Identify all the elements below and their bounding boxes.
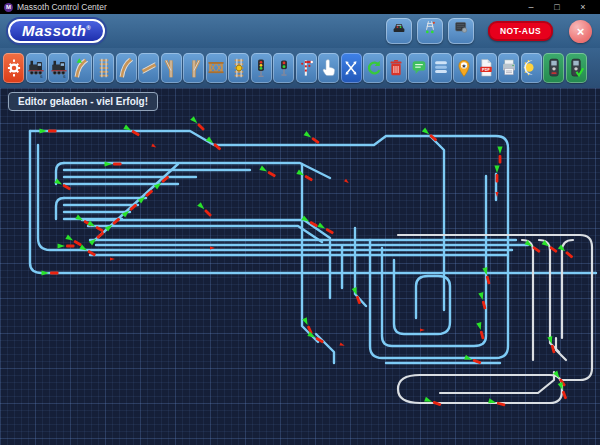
signal-track-tool[interactable] bbox=[228, 53, 249, 83]
traffic-light-2-tool[interactable] bbox=[273, 53, 294, 83]
refresh-tool[interactable] bbox=[363, 53, 384, 83]
track-segment bbox=[430, 136, 444, 310]
track-signal-icon bbox=[420, 19, 440, 43]
turnout-indicator[interactable] bbox=[352, 287, 363, 305]
track-slope-icon bbox=[140, 57, 158, 79]
turnout-indicator[interactable] bbox=[301, 215, 318, 228]
maximize-button[interactable]: □ bbox=[544, 0, 570, 14]
bridge-icon bbox=[207, 57, 225, 79]
hand-pointer-icon bbox=[320, 57, 338, 79]
device-button-group bbox=[386, 18, 474, 44]
delete-tool[interactable] bbox=[386, 53, 407, 83]
route-mark bbox=[110, 257, 115, 260]
close-button[interactable]: × bbox=[570, 0, 596, 14]
track-segment-alt bbox=[522, 240, 533, 360]
location-pin-tool[interactable]: ★ bbox=[453, 53, 474, 83]
route-mark bbox=[420, 328, 425, 331]
window-title: Massoth Control Center bbox=[17, 2, 518, 12]
refresh-icon bbox=[365, 57, 383, 79]
minimize-button[interactable]: – bbox=[518, 0, 544, 14]
signal-track-icon bbox=[230, 57, 248, 79]
traffic-light-2-icon bbox=[275, 57, 293, 79]
turnout-indicator[interactable] bbox=[89, 231, 105, 246]
gear-icon bbox=[5, 57, 23, 79]
day-night-tool[interactable] bbox=[521, 53, 542, 83]
svg-text:6: 6 bbox=[40, 74, 43, 79]
window-titlebar: M Massoth Control Center – □ × bbox=[0, 0, 600, 14]
logo-registered-mark: ® bbox=[86, 25, 91, 31]
turnout-indicator[interactable] bbox=[558, 245, 574, 260]
day-night-icon bbox=[522, 57, 540, 79]
settings-tool[interactable] bbox=[3, 53, 24, 83]
navigator-tool[interactable] bbox=[543, 53, 564, 83]
track-curve-icon bbox=[117, 57, 135, 79]
turnout-indicator[interactable] bbox=[138, 189, 154, 204]
semaphore-signal-tool[interactable] bbox=[296, 53, 317, 83]
navigator-icon bbox=[545, 57, 563, 79]
track-segment bbox=[56, 198, 64, 219]
layers-icon bbox=[432, 57, 450, 79]
editor-toolbar: 66★PDF bbox=[0, 48, 600, 88]
track-segment bbox=[394, 260, 450, 334]
semaphore-icon bbox=[297, 57, 315, 79]
hand-pointer-tool[interactable] bbox=[318, 53, 339, 83]
pdf-icon: PDF bbox=[477, 57, 495, 79]
turnout-indicator[interactable] bbox=[259, 165, 276, 178]
decoder-module-button[interactable] bbox=[448, 18, 474, 44]
emergency-stop-button[interactable]: NOT-AUS bbox=[488, 21, 553, 41]
pdf-export-tool[interactable]: PDF bbox=[476, 53, 497, 83]
bridge-tool[interactable] bbox=[206, 53, 227, 83]
turnout-indicator[interactable] bbox=[40, 128, 57, 133]
track-segment bbox=[82, 220, 330, 238]
printer-icon bbox=[500, 57, 518, 79]
route-mark bbox=[344, 179, 350, 185]
turnout-indicator[interactable] bbox=[58, 243, 75, 248]
move-arrows-icon bbox=[342, 57, 360, 79]
track-layout-canvas[interactable]: Editor geladen - viel Erfolg! bbox=[0, 88, 600, 445]
traffic-light-3-tool[interactable] bbox=[251, 53, 272, 83]
navigator-connected-tool[interactable] bbox=[566, 53, 587, 83]
svg-text:PDF: PDF bbox=[482, 67, 490, 72]
locomotive-icon: 6 bbox=[27, 57, 45, 79]
route-mark bbox=[339, 342, 345, 347]
track-segment bbox=[30, 131, 596, 273]
turnout-indicator[interactable] bbox=[304, 131, 321, 145]
turnout-indicator[interactable] bbox=[476, 322, 485, 340]
track-slope-tool[interactable] bbox=[138, 53, 159, 83]
track-segment-alt bbox=[398, 375, 562, 403]
feedback-track-button[interactable] bbox=[417, 18, 443, 44]
layers-tool[interactable] bbox=[431, 53, 452, 83]
turnout-indicator[interactable] bbox=[42, 270, 59, 275]
track-plan bbox=[0, 88, 600, 445]
app-window: M Massoth Control Center – □ × Massoth® … bbox=[0, 0, 600, 445]
move-tool[interactable] bbox=[341, 53, 362, 83]
turnout-indicator[interactable] bbox=[190, 116, 206, 132]
traffic-light-3-icon bbox=[252, 57, 270, 79]
turnout-indicator[interactable] bbox=[317, 222, 334, 235]
central-station-button[interactable] bbox=[386, 18, 412, 44]
route-mark bbox=[151, 144, 157, 149]
turnout-right-tool[interactable] bbox=[183, 53, 204, 83]
turnout-indicator[interactable] bbox=[497, 147, 502, 164]
track-straight-tool[interactable] bbox=[93, 53, 114, 83]
messages-tool[interactable] bbox=[408, 53, 429, 83]
track-curve-arrow-tool[interactable] bbox=[71, 53, 92, 83]
decoder-icon bbox=[451, 19, 471, 43]
massoth-logo: Massoth® bbox=[8, 19, 105, 43]
svg-text:★: ★ bbox=[461, 63, 466, 69]
turnout-indicator[interactable] bbox=[197, 202, 213, 218]
track-segment bbox=[302, 164, 318, 342]
locomotive-a-tool[interactable]: 6 bbox=[26, 53, 47, 83]
pin-star-icon: ★ bbox=[455, 57, 473, 79]
turnout-indicator[interactable] bbox=[296, 169, 313, 182]
locomotive-b-tool[interactable]: 6 bbox=[48, 53, 69, 83]
track-segment-alt bbox=[539, 240, 559, 352]
logo-text: Massoth bbox=[22, 22, 86, 39]
print-tool[interactable] bbox=[498, 53, 519, 83]
track-curve-tool[interactable] bbox=[116, 53, 137, 83]
trash-icon bbox=[387, 57, 405, 79]
turnout-left-tool[interactable] bbox=[161, 53, 182, 83]
status-message: Editor geladen - viel Erfolg! bbox=[8, 92, 158, 111]
locomotive-icon: 6 bbox=[50, 57, 68, 79]
app-close-button[interactable]: × bbox=[569, 20, 592, 43]
